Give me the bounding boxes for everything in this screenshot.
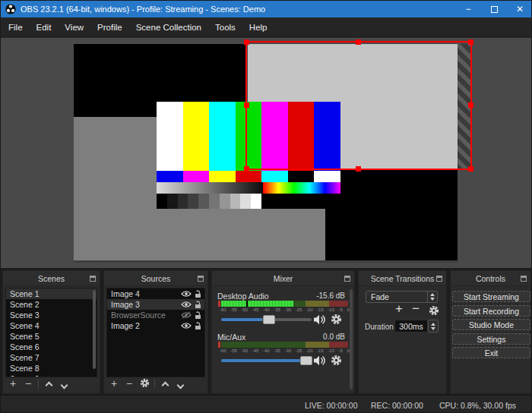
slider-handle[interactable]: [300, 356, 312, 365]
source-list-item[interactable]: BrowserSource: [107, 310, 204, 320]
scene-list-item[interactable]: Scene 2: [6, 299, 97, 310]
duration-value: 300ms: [399, 322, 423, 331]
source-properties-gear-icon[interactable]: [137, 376, 152, 392]
scene-list-item[interactable]: Scene 7: [6, 352, 97, 363]
selection-handle[interactable]: [356, 39, 361, 45]
visibility-eye-icon[interactable]: [181, 301, 192, 308]
scene-move-up-icon[interactable]: [41, 377, 56, 391]
lock-icon[interactable]: [194, 322, 202, 330]
scene-list-item[interactable]: Scene 6: [6, 342, 97, 352]
speaker-icon[interactable]: [313, 314, 326, 325]
selection-handle[interactable]: [244, 166, 249, 172]
menu-bar: File Edit View Profile Scene Collection …: [1, 17, 532, 37]
menu-tools[interactable]: Tools: [208, 17, 242, 37]
float-panel-icon[interactable]: [198, 276, 204, 282]
duration-spinner[interactable]: [428, 320, 439, 333]
add-transition-icon[interactable]: +: [395, 301, 403, 317]
lock-icon[interactable]: [194, 311, 202, 320]
visibility-eye-icon[interactable]: [181, 290, 192, 298]
source-list-item[interactable]: Image 2: [107, 320, 204, 331]
add-scene-icon[interactable]: +: [5, 377, 21, 391]
menu-help[interactable]: Help: [242, 17, 274, 37]
scene-list-item[interactable]: Scene 3: [6, 310, 97, 320]
selection-handle[interactable]: [244, 39, 249, 45]
menu-profile[interactable]: Profile: [90, 17, 129, 37]
cpu-fps-status: CPU: 0.8%, 30.00 fps: [439, 401, 516, 410]
scene-list-item[interactable]: Scene 1: [6, 288, 97, 299]
db-tick-label: -25: [296, 348, 302, 354]
scenes-panel-header[interactable]: Scenes: [3, 271, 100, 286]
selection-handle[interactable]: [468, 102, 473, 108]
source-list-item[interactable]: Image 3: [107, 299, 204, 310]
spinner-arrows-icon[interactable]: [429, 320, 438, 332]
window-title: OBS 23.2.1 (64-bit, windows) - Profile: …: [21, 5, 265, 14]
selection-handle[interactable]: [356, 166, 361, 172]
exit-button[interactable]: Exit: [452, 347, 530, 358]
scenes-list[interactable]: Scene 1 Scene 2 Scene 3 Scene 4 Scene 5 …: [5, 288, 97, 377]
audio-settings-gear-icon[interactable]: [331, 355, 342, 366]
studio-mode-button[interactable]: Studio Mode: [452, 319, 530, 330]
transition-properties-gear-icon[interactable]: [429, 305, 439, 316]
menu-file[interactable]: File: [2, 17, 30, 37]
lock-icon[interactable]: [194, 301, 202, 309]
source-move-up-icon[interactable]: [157, 377, 173, 391]
db-tick-label: -40: [263, 348, 270, 354]
menu-view[interactable]: View: [58, 17, 90, 37]
scenes-scrollbar[interactable]: [93, 290, 96, 369]
scene-list-item[interactable]: Scene 4: [6, 320, 97, 331]
scene-move-down-icon[interactable]: [56, 377, 71, 391]
preview-source-black-bottom[interactable]: [325, 170, 458, 260]
volume-slider[interactable]: [221, 355, 312, 366]
settings-button[interactable]: Settings: [452, 333, 530, 345]
combo-spinner-icon[interactable]: [427, 292, 437, 302]
menu-edit[interactable]: Edit: [30, 17, 59, 37]
db-tick-label: -50: [241, 348, 248, 354]
sources-list[interactable]: Image 4 Image 3: [106, 288, 205, 377]
scene-list-item[interactable]: Scene 8: [6, 363, 97, 374]
float-panel-icon[interactable]: [521, 276, 527, 282]
source-name: Image 4: [111, 288, 181, 299]
menu-scene-collection[interactable]: Scene Collection: [129, 17, 208, 37]
sources-toolbar: + −: [106, 377, 205, 391]
visibility-eye-icon[interactable]: [181, 322, 192, 329]
audio-settings-gear-icon[interactable]: [331, 314, 342, 325]
transitions-panel-header[interactable]: Scene Transitions: [359, 271, 446, 286]
speaker-icon[interactable]: [313, 355, 326, 366]
start-streaming-button[interactable]: Start Streaming: [452, 291, 530, 302]
add-source-icon[interactable]: +: [106, 377, 122, 391]
meter-scale: -60-55-50-45-40-35-30-25-20-15-10-50: [220, 348, 350, 354]
visibility-eye-off-icon[interactable]: [181, 311, 192, 319]
sources-panel-header[interactable]: Sources: [104, 271, 207, 286]
duration-input[interactable]: 300ms: [394, 320, 428, 333]
minimize-button[interactable]: −: [455, 1, 481, 17]
preview-canvas[interactable]: [1, 38, 532, 268]
mixer-panel-header[interactable]: Mixer: [212, 271, 354, 286]
selection-handle[interactable]: [468, 166, 473, 172]
source-move-down-icon[interactable]: [173, 377, 188, 391]
source-name: BrowserSource: [111, 310, 181, 320]
selection-handle[interactable]: [244, 102, 249, 108]
volume-meter: [221, 301, 348, 307]
maximize-button[interactable]: [481, 1, 507, 17]
remove-scene-icon[interactable]: −: [21, 377, 36, 391]
slider-handle[interactable]: [263, 315, 275, 324]
mixer-channel-name: Mic/Aux: [217, 333, 245, 342]
close-button[interactable]: ✕: [507, 1, 532, 17]
float-panel-icon[interactable]: [90, 276, 96, 282]
controls-panel-header[interactable]: Controls: [451, 271, 530, 286]
volume-slider[interactable]: [221, 314, 312, 325]
selection-handle[interactable]: [468, 39, 473, 45]
remove-source-icon[interactable]: −: [122, 377, 137, 391]
float-panel-icon[interactable]: [436, 276, 442, 282]
lock-icon[interactable]: [194, 290, 202, 298]
start-recording-button[interactable]: Start Recording: [452, 305, 530, 317]
source-list-item[interactable]: Image 4: [107, 288, 204, 299]
db-tick-label: -20: [306, 307, 313, 313]
remove-transition-icon[interactable]: −: [412, 301, 420, 317]
selection-bounding-box[interactable]: [245, 41, 472, 170]
title-bar[interactable]: OBS 23.2.1 (64-bit, windows) - Profile: …: [1, 1, 532, 17]
mixer-scrollbar[interactable]: [350, 289, 353, 389]
float-panel-icon[interactable]: [344, 276, 350, 282]
scene-list-item[interactable]: Scene 5: [6, 331, 97, 342]
mixer-channel-level: 0.0 dB: [323, 333, 345, 341]
